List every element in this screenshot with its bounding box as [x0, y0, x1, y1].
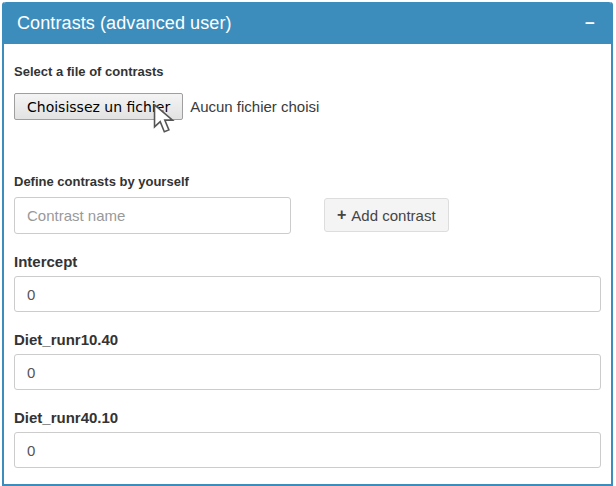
file-status-text: Aucun fichier choisi — [190, 98, 319, 115]
file-section-label: Select a file of contrasts — [14, 64, 601, 79]
field-label: Diet_runr10.40 — [14, 331, 601, 348]
panel-header: Contrasts (advanced user) − — [4, 2, 611, 44]
contrasts-panel: Contrasts (advanced user) − Select a fil… — [2, 2, 613, 486]
contrast-name-input[interactable] — [14, 197, 291, 234]
define-contrasts-section: Define contrasts by yourself + Add contr… — [14, 174, 601, 234]
define-section-label: Define contrasts by yourself — [14, 174, 601, 189]
intercept-input[interactable] — [14, 276, 601, 312]
diet-runr40-10-input[interactable] — [14, 432, 601, 468]
field-label: Diet_runr40.10 — [14, 409, 601, 426]
add-contrast-label: Add contrast — [351, 207, 435, 224]
contrast-field-diet-runr10-40: Diet_runr10.40 — [14, 331, 601, 390]
define-row: + Add contrast — [14, 197, 601, 234]
plus-icon: + — [337, 206, 346, 224]
panel-title: Contrasts (advanced user) — [17, 13, 232, 34]
choose-file-button[interactable]: Choisissez un fichier — [14, 93, 183, 120]
add-contrast-button[interactable]: + Add contrast — [324, 198, 449, 232]
file-input: Choisissez un fichier Aucun fichier choi… — [14, 93, 601, 120]
contrast-field-diet-runr40-10: Diet_runr40.10 — [14, 409, 601, 468]
panel-body: Select a file of contrasts Choisissez un… — [4, 44, 611, 478]
collapse-minus-icon[interactable]: − — [581, 13, 599, 34]
diet-runr10-40-input[interactable] — [14, 354, 601, 390]
contrast-field-intercept: Intercept — [14, 253, 601, 312]
field-label: Intercept — [14, 253, 601, 270]
